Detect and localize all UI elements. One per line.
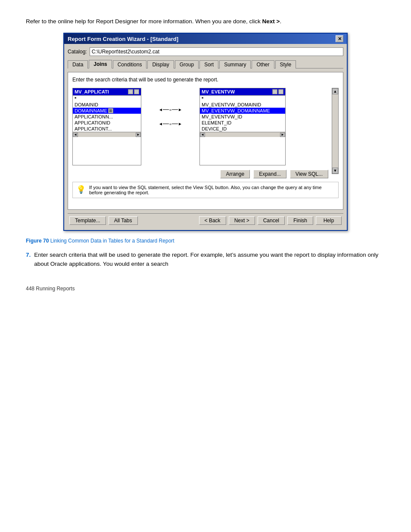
info-box: 💡 If you want to view the SQL statement,…: [72, 182, 339, 198]
dialog-footer: Template... All Tabs < Back Next > Cance…: [68, 213, 343, 227]
close-button[interactable]: ✕: [336, 35, 343, 42]
finish-button[interactable]: Finish: [287, 216, 313, 225]
scroll-right-btn[interactable]: ►: [136, 133, 141, 137]
join-arrow-left1: ◄: [159, 107, 163, 112]
tab-summary[interactable]: Summary: [219, 60, 251, 68]
join-arrow-right2: ►: [178, 121, 182, 126]
table2-maximize[interactable]: □: [278, 89, 283, 94]
join-line-segment4: [172, 124, 178, 124]
help-button[interactable]: Help: [316, 216, 342, 225]
join-arrow-right1: ►: [178, 107, 182, 112]
page-footer: 448 Running Reports: [26, 286, 385, 292]
table1-maximize[interactable]: □: [134, 89, 139, 94]
cancel-button[interactable]: Cancel: [258, 216, 285, 225]
dialog-body: Catalog: Data Joins Conditions Display G…: [64, 44, 347, 230]
table1-header: MV_APPLICATI ─ □: [73, 88, 141, 96]
scroll-down-btn[interactable]: ▼: [332, 168, 338, 174]
join-line-1: ◄ = ►: [159, 107, 182, 112]
template-button[interactable]: Template...: [69, 216, 106, 225]
tables-area: MV_APPLICATI ─ □ * DOMAINID DOMAINNAME: [72, 88, 331, 165]
table2-name: MV_EVENTVW: [202, 89, 235, 94]
table-row: ELEMENT_ID: [200, 120, 285, 126]
step-text: Enter search criteria that will be used …: [34, 251, 385, 268]
tab-group[interactable]: Group: [175, 60, 199, 68]
vertical-scrollbar: ▲ ▼: [332, 88, 339, 174]
scroll-track2: [205, 133, 280, 137]
join-connectors: ◄ = ► ◄ = ►: [159, 88, 182, 165]
table-row: DOMAINID: [73, 102, 141, 108]
info-icon: 💡: [76, 185, 86, 194]
catalog-row: Catalog:: [68, 47, 343, 56]
all-tabs-button[interactable]: All Tabs: [109, 216, 138, 225]
report-wizard-dialog: Report Form Creation Wizard - [Standard]…: [63, 33, 348, 231]
table1-body: * DOMAINID DOMAINNAME ⊞ APPLICATIONN... …: [73, 96, 141, 132]
figure-description: Linking Common Data in Tables for a Stan…: [50, 238, 174, 244]
scroll-left-btn[interactable]: ◄: [73, 133, 78, 137]
scroll-track: [78, 133, 136, 137]
table-row: MV_EVENTVW_DOMAINNAME: [200, 108, 285, 114]
intro-next-bold: Next >: [262, 18, 280, 25]
view-sql-button[interactable]: View SQL...: [290, 170, 328, 178]
tab-sort[interactable]: Sort: [199, 60, 218, 68]
scroll-right-btn2[interactable]: ►: [280, 133, 285, 137]
tabs-row: Data Joins Conditions Display Group Sort…: [68, 59, 343, 68]
table1-minimize[interactable]: ─: [128, 89, 133, 94]
tab-display[interactable]: Display: [147, 60, 174, 68]
join-line-2: ◄ = ►: [159, 121, 182, 126]
expand-button[interactable]: Expand...: [253, 170, 286, 178]
table2-body: * MV_EVENTVW_DOMAINID MV_EVENTVW_DOMAINN…: [200, 96, 285, 132]
table-mv-applicati: MV_APPLICATI ─ □ * DOMAINID DOMAINNAME: [72, 88, 141, 165]
table-row: *: [73, 96, 141, 102]
scroll-track-v: [332, 94, 338, 168]
scroll-up-btn[interactable]: ▲: [332, 88, 338, 94]
join-line-segment3: [163, 124, 169, 124]
table-row: MV_EVENTVW_DOMAINID: [200, 102, 285, 108]
tab-joins[interactable]: Joins: [89, 60, 112, 68]
table-row: APPLICATIONID: [73, 120, 141, 126]
back-button[interactable]: < Back: [199, 216, 226, 225]
join-equals2: =: [169, 122, 172, 126]
info-text: If you want to view the SQL statement, s…: [89, 185, 335, 195]
catalog-input[interactable]: [90, 47, 343, 56]
join-line-segment2: [172, 109, 178, 110]
table-row: MV_EVENTVW_ID: [200, 114, 285, 120]
table1-controls: ─ □: [128, 89, 139, 94]
join-equals1: =: [169, 108, 172, 112]
action-buttons: Arrange Expand... View SQL...: [72, 170, 328, 178]
table-mv-eventvw: MV_EVENTVW ─ □ * MV_EVENTVW_DOMAINID MV_…: [199, 88, 286, 165]
table-row: APPLICATIONT...: [73, 126, 141, 132]
dialog-titlebar: Report Form Creation Wizard - [Standard]…: [64, 34, 347, 44]
content-area: Enter the search criteria that will be u…: [68, 72, 343, 210]
step-7: 7. Enter search criteria that will be us…: [26, 251, 385, 268]
figure-number: Figure 70: [26, 238, 49, 244]
table2-controls: ─ □: [272, 89, 283, 94]
arrange-button[interactable]: Arrange: [220, 170, 250, 178]
table1-name: MV_APPLICATI: [75, 89, 109, 94]
next-button[interactable]: Next >: [229, 216, 255, 225]
table-row: DEVICE_ID: [200, 126, 285, 132]
intro-period: .: [280, 18, 281, 25]
table2-header: MV_EVENTVW ─ □: [200, 88, 285, 96]
intro-paragraph: Refer to the online help for Report Desi…: [26, 17, 385, 26]
join-line-segment1: [163, 109, 169, 110]
join-icon: ⊞: [108, 108, 113, 113]
table1-hscroll: ◄ ►: [73, 132, 141, 137]
tab-style[interactable]: Style: [275, 60, 296, 68]
row-text: DOMAINNAME: [75, 108, 107, 113]
dialog-title: Report Form Creation Wizard - [Standard]: [68, 36, 178, 42]
table2-hscroll: ◄ ►: [200, 132, 285, 137]
tab-data[interactable]: Data: [68, 60, 88, 68]
scroll-left-btn2[interactable]: ◄: [200, 133, 205, 137]
table-row: APPLICATIONN...: [73, 114, 141, 120]
step-number: 7.: [26, 251, 31, 268]
catalog-label: Catalog:: [68, 49, 87, 55]
search-instruction: Enter the search criteria that will be u…: [72, 77, 339, 83]
table2-minimize[interactable]: ─: [272, 89, 277, 94]
figure-caption: Figure 70 Linking Common Data in Tables …: [26, 238, 385, 244]
tab-conditions[interactable]: Conditions: [113, 60, 147, 68]
join-arrow-left2: ◄: [159, 121, 163, 126]
tab-other[interactable]: Other: [252, 60, 274, 68]
table-row: DOMAINNAME ⊞: [73, 108, 141, 114]
intro-text: Refer to the online help for Report Desi…: [26, 18, 262, 25]
table-row: *: [200, 96, 285, 102]
